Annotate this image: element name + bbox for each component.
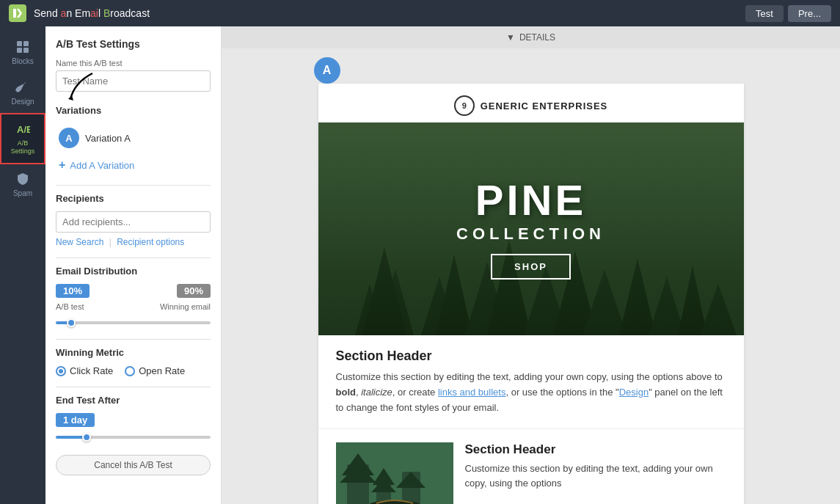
pine-shop-button[interactable]: SHOP — [491, 254, 571, 280]
divider-4 — [56, 387, 211, 387]
slider-thumb[interactable] — [67, 318, 76, 327]
pine-hero-image: PINE COLLECTION SHOP — [318, 123, 744, 335]
ab-test-badge: 10% — [56, 284, 90, 298]
variation-a-name: Variation A — [85, 133, 131, 144]
winning-sub: Winning email — [160, 302, 211, 311]
svg-rect-4 — [23, 48, 29, 53]
email-section-1: Section Header Customize this section by… — [318, 335, 744, 429]
thumbnail-image — [336, 442, 453, 504]
ab-icon: A/B — [15, 122, 30, 136]
svg-rect-3 — [17, 48, 22, 53]
open-rate-label: Open Rate — [139, 365, 185, 376]
pine-title: PINE — [456, 179, 605, 222]
sidebar-item-design[interactable]: Design — [0, 73, 45, 113]
recipients-links: New Search | Recipient options — [56, 237, 211, 247]
section1-header: Section Header — [336, 348, 726, 364]
new-search-link[interactable]: New Search — [56, 237, 103, 247]
main-layout: Blocks Design A/B A/B Settings Spam A/B … — [0, 26, 840, 504]
end-test-slider-track — [56, 436, 211, 439]
details-label: DETAILS — [519, 32, 555, 43]
sidebar-item-label: Design — [11, 98, 34, 106]
winning-metric-label: Winning Metric — [56, 347, 211, 358]
distribution-slider[interactable] — [56, 317, 211, 329]
distribution-labels: A/B test Winning email — [56, 302, 211, 311]
preview-button[interactable]: Pre... — [788, 5, 831, 22]
distribution-label: Email Distribution — [56, 266, 211, 277]
end-test-slider[interactable] — [56, 431, 211, 443]
email-section-2: Section Header Customize this section by… — [318, 429, 744, 504]
add-variation-label: Add A Variation — [70, 160, 134, 171]
brush-icon — [15, 80, 30, 95]
variation-badge-a: A — [59, 128, 79, 148]
click-rate-radio-circle — [56, 366, 66, 376]
app-logo — [9, 4, 26, 22]
test-name-label: Name this A/B test — [56, 59, 211, 67]
preview-panel: ▼ DETAILS A 9 GENERIC ENTERPRISES — [222, 26, 840, 504]
svg-text:A/B: A/B — [17, 124, 30, 135]
brand-name: GENERIC ENTERPRISES — [481, 101, 608, 112]
divider-2 — [56, 258, 211, 258]
sidebar-item-ab[interactable]: A/B A/B Settings — [0, 113, 45, 164]
preview-wrapper: A 9 GENERIC ENTERPRISES — [222, 48, 840, 504]
settings-title: A/B Test Settings — [56, 38, 211, 50]
divider-1 — [56, 185, 211, 186]
link-separator: | — [109, 237, 112, 247]
plus-icon: + — [59, 158, 65, 172]
section2-body: Customize this section by editing the te… — [465, 461, 726, 490]
cancel-ab-test-button[interactable]: Cancel this A/B Test — [56, 455, 211, 475]
end-test-value: 1 day — [56, 413, 95, 427]
icon-sidebar: Blocks Design A/B A/B Settings Spam — [0, 26, 45, 504]
section2-content: Section Header Customize this section by… — [465, 442, 726, 504]
test-button[interactable]: Test — [745, 5, 784, 22]
variations-label: Variations — [56, 105, 211, 116]
brand-logo: 9 GENERIC ENTERPRISES — [454, 95, 608, 116]
arrow-icon — [63, 70, 107, 106]
svg-rect-2 — [23, 41, 29, 46]
sidebar-item-spam[interactable]: Spam — [0, 164, 45, 205]
variation-a-item[interactable]: A Variation A — [56, 123, 211, 153]
sidebar-item-blocks[interactable]: Blocks — [0, 32, 45, 73]
recipient-options-link[interactable]: Recipient options — [117, 237, 184, 247]
click-rate-label: Click Rate — [70, 365, 113, 376]
sidebar-item-label: Blocks — [12, 57, 33, 65]
winning-metric-group: Click Rate Open Rate — [56, 365, 211, 376]
ab-test-sub: A/B test — [56, 302, 84, 311]
brand-icon: 9 — [454, 95, 475, 116]
page-title: Send an Email Broadcast — [34, 7, 741, 19]
email-preview: 9 GENERIC ENTERPRISES — [318, 84, 744, 504]
add-variation-button[interactable]: + Add A Variation — [56, 156, 211, 175]
open-rate-radio-circle — [125, 366, 135, 376]
end-test-label: End Test After — [56, 395, 211, 406]
email-header: 9 GENERIC ENTERPRISES — [318, 84, 744, 123]
details-icon: ▼ — [506, 32, 515, 43]
section1-body: Customize this section by editing the te… — [336, 370, 726, 415]
pine-subtitle: COLLECTION — [456, 224, 605, 244]
preview-badge: A — [314, 57, 340, 84]
slider-track — [56, 321, 211, 324]
section2-header: Section Header — [465, 442, 726, 457]
sidebar-item-label: Spam — [13, 189, 32, 197]
sidebar-item-label: A/B Settings — [11, 139, 35, 156]
grid-icon — [15, 40, 30, 54]
topbar: Send an Email Broadcast Test Pre... — [0, 0, 840, 26]
shield-icon — [15, 172, 30, 186]
preview-with-badge: A 9 GENERIC ENTERPRISES — [305, 48, 757, 504]
svg-rect-0 — [9, 4, 26, 22]
recipients-input[interactable] — [56, 211, 211, 233]
divider-3 — [56, 339, 211, 340]
click-rate-radio[interactable]: Click Rate — [56, 365, 113, 376]
end-test-slider-thumb[interactable] — [82, 433, 91, 442]
recipients-label: Recipients — [56, 193, 211, 204]
preview-topbar: ▼ DETAILS — [222, 26, 840, 48]
distribution-header: 10% 90% — [56, 284, 211, 298]
open-rate-radio[interactable]: Open Rate — [125, 365, 185, 376]
settings-panel: A/B Test Settings Name this A/B test Var… — [45, 26, 222, 504]
svg-rect-1 — [17, 41, 22, 46]
winning-badge: 90% — [177, 284, 211, 298]
